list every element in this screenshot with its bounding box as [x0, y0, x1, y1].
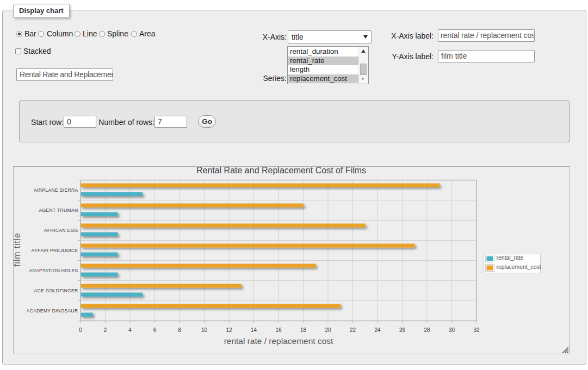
svg-text:ACE GOLDFINGER: ACE GOLDFINGER	[34, 288, 78, 293]
svg-text:AFRICAN EGG: AFRICAN EGG	[44, 228, 78, 233]
svg-text:10: 10	[201, 327, 208, 333]
svg-text:8: 8	[178, 327, 181, 333]
svg-text:ACADEMY DINOSAUR: ACADEMY DINOSAUR	[27, 308, 78, 313]
svg-text:14: 14	[251, 327, 257, 333]
svg-text:2: 2	[104, 327, 107, 333]
svg-text:AIRPLANE SIERRA: AIRPLANE SIERRA	[34, 187, 78, 193]
svg-text:30: 30	[449, 327, 455, 333]
svg-text:Rental Rate and Replacement Co: Rental Rate and Replacement Cost of Film…	[196, 167, 366, 175]
svg-text:20: 20	[325, 327, 331, 333]
svg-text:26: 26	[399, 327, 406, 333]
svg-text:16: 16	[275, 327, 282, 333]
svg-text:18: 18	[300, 327, 307, 333]
svg-text:0: 0	[79, 327, 82, 333]
svg-text:AFFAIR PREJUDICE: AFFAIR PREJUDICE	[32, 248, 78, 253]
svg-text:rental_rate: rental_rate	[497, 255, 524, 261]
svg-text:ADAPTATION HOLES: ADAPTATION HOLES	[29, 268, 78, 273]
svg-text:6: 6	[153, 327, 157, 333]
svg-text:28: 28	[424, 327, 430, 333]
svg-text:4: 4	[128, 327, 132, 333]
svg-text:32: 32	[473, 327, 480, 333]
svg-text:AGENT TRUMAN: AGENT TRUMAN	[39, 208, 78, 213]
svg-text:replacement_cost: replacement_cost	[497, 264, 541, 270]
svg-text:24: 24	[374, 327, 381, 333]
svg-text:rental rate / replacement cost: rental rate / replacement cost	[224, 336, 333, 346]
svg-text:22: 22	[350, 327, 356, 333]
svg-text:12: 12	[226, 327, 232, 333]
